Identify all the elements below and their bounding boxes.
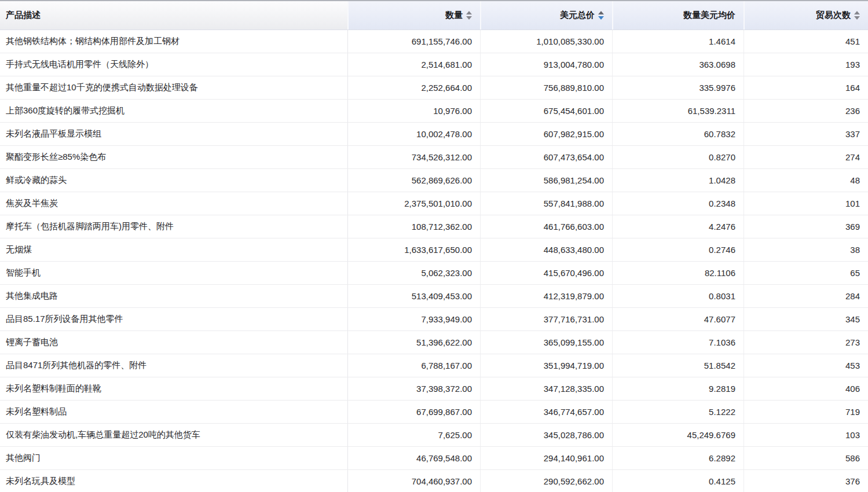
table-row: 仅装有柴油发动机,车辆总重量超过20吨的其他货车7,625.00345,028,… xyxy=(0,424,868,447)
avg-usd-price-cell: 9.2819 xyxy=(612,377,744,400)
product-description-cell: 摩托车（包括机器脚踏两用车)用零件、附件 xyxy=(0,215,347,238)
avg-usd-price-cell: 82.1106 xyxy=(612,262,744,284)
product-description-cell: 无烟煤 xyxy=(0,238,347,261)
product-description-cell: 未列名塑料制品 xyxy=(0,401,347,423)
sort-asc-icon[interactable] xyxy=(466,11,472,14)
sort-asc-icon[interactable] xyxy=(598,11,604,14)
quantity-cell: 10,976.00 xyxy=(347,100,480,122)
usd-total-cell: 461,766,603.00 xyxy=(480,215,612,238)
avg-usd-price-cell: 5.1222 xyxy=(612,401,744,423)
sort-desc-icon[interactable] xyxy=(854,16,860,20)
product-description-cell: 锂离子蓄电池 xyxy=(0,331,347,354)
column-header-label: 数量 xyxy=(445,10,463,21)
quantity-cell: 108,712,362.00 xyxy=(347,215,480,238)
usd-total-cell: 377,716,731.00 xyxy=(480,308,612,331)
column-header-trade-count[interactable]: 贸易次数 xyxy=(744,1,868,30)
product-description-cell: 未列名液晶平板显示模组 xyxy=(0,123,347,145)
usd-total-cell: 586,981,254.00 xyxy=(480,169,612,192)
column-header-usd-total[interactable]: 美元总价 xyxy=(480,1,612,30)
table-row: 智能手机5,062,323.00415,670,496.0082.110665 xyxy=(0,262,868,285)
product-description-cell: 品目8471所列其他机器的零件、附件 xyxy=(0,354,347,377)
avg-usd-price-cell: 0.2348 xyxy=(612,192,744,215)
product-description-cell: 鲜或冷藏的蒜头 xyxy=(0,169,347,192)
trade-count-cell: 103 xyxy=(744,424,868,446)
quantity-cell: 6,788,167.00 xyxy=(347,354,480,377)
sort-asc-icon[interactable] xyxy=(854,11,860,14)
usd-total-cell: 351,994,719.00 xyxy=(480,354,612,377)
quantity-cell: 46,769,548.00 xyxy=(347,447,480,469)
sort-desc-icon-active[interactable] xyxy=(598,16,604,20)
table-row: 其他重量不超过10千克的便携式自动数据处理设备2,252,664.00756,8… xyxy=(0,76,868,100)
quantity-cell: 704,460,937.00 xyxy=(347,470,480,492)
quantity-cell: 562,869,626.00 xyxy=(347,169,480,192)
table-row: 未列名液晶平板显示模组10,002,478.00607,982,915.0060… xyxy=(0,123,868,146)
column-header-quantity[interactable]: 数量 xyxy=(347,1,480,30)
sort-desc-icon[interactable] xyxy=(466,16,472,20)
table-header-row: 产品描述 数量 美元总价 数量美元均价 贸易次数 xyxy=(0,1,868,30)
table-row: 其他钢铁结构体；钢结构体用部件及加工钢材691,155,746.001,010,… xyxy=(0,30,868,53)
quantity-cell: 2,514,681.00 xyxy=(347,53,480,76)
quantity-cell: 2,375,501,010.00 xyxy=(347,192,480,215)
quantity-cell: 7,933,949.00 xyxy=(347,308,480,331)
quantity-cell: 734,526,312.00 xyxy=(347,146,480,168)
avg-usd-price-cell: 61,539.2311 xyxy=(612,100,744,122)
usd-total-cell: 294,140,961.00 xyxy=(480,447,612,469)
usd-total-cell: 365,099,155.00 xyxy=(480,331,612,354)
table-row: 无烟煤1,633,617,650.00448,633,480.000.27463… xyxy=(0,238,868,262)
trade-count-cell: 284 xyxy=(744,285,868,307)
table-row: 上部360度旋转的履带式挖掘机10,976.00675,454,601.0061… xyxy=(0,100,868,123)
table-row: 品目8471所列其他机器的零件、附件6,788,167.00351,994,71… xyxy=(0,354,868,377)
quantity-cell: 5,062,323.00 xyxy=(347,262,480,284)
usd-total-cell: 913,004,780.00 xyxy=(480,53,612,76)
trade-count-cell: 369 xyxy=(744,215,868,238)
usd-total-cell: 448,633,480.00 xyxy=(480,238,612,261)
avg-usd-price-cell: 47.6077 xyxy=(612,308,744,331)
trade-count-cell: 337 xyxy=(744,123,868,145)
table-row: 未列名塑料制品67,699,867.00346,774,657.005.1222… xyxy=(0,401,868,424)
avg-usd-price-cell: 51.8542 xyxy=(612,354,744,377)
product-description-cell: 其他重量不超过10千克的便携式自动数据处理设备 xyxy=(0,76,347,99)
trade-count-cell: 453 xyxy=(744,354,868,377)
quantity-cell: 513,409,453.00 xyxy=(347,285,480,307)
quantity-cell: 10,002,478.00 xyxy=(347,123,480,145)
table-row: 未列名玩具及模型704,460,937.00290,592,662.000.41… xyxy=(0,470,868,492)
usd-total-cell: 346,774,657.00 xyxy=(480,401,612,423)
usd-total-cell: 756,889,810.00 xyxy=(480,76,612,99)
table-row: 其他集成电路513,409,453.00412,319,879.000.8031… xyxy=(0,285,868,308)
trade-count-cell: 376 xyxy=(744,470,868,492)
column-header-label: 美元总价 xyxy=(560,10,595,21)
trade-count-cell: 236 xyxy=(744,100,868,122)
usd-total-cell: 415,670,496.00 xyxy=(480,262,612,284)
usd-total-cell: 607,473,654.00 xyxy=(480,146,612,168)
sort-icons[interactable] xyxy=(854,11,860,20)
table-row: 未列名塑料制鞋面的鞋靴37,398,372.00347,128,335.009.… xyxy=(0,377,868,401)
quantity-cell: 51,396,622.00 xyxy=(347,331,480,354)
avg-usd-price-cell: 60.7832 xyxy=(612,123,744,145)
usd-total-cell: 347,128,335.00 xyxy=(480,377,612,400)
usd-total-cell: 412,319,879.00 xyxy=(480,285,612,307)
table-row: 聚酯变形长丝≥85%染色布734,526,312.00607,473,654.0… xyxy=(0,146,868,169)
column-header-avg-usd-price: 数量美元均价 xyxy=(612,1,744,30)
column-header-label: 数量美元均价 xyxy=(683,10,735,21)
quantity-cell: 1,633,617,650.00 xyxy=(347,238,480,261)
usd-total-cell: 345,028,786.00 xyxy=(480,424,612,446)
table-row: 手持式无线电话机用零件（天线除外）2,514,681.00913,004,780… xyxy=(0,53,868,76)
column-header-product-description: 产品描述 xyxy=(0,1,347,30)
table-body: 其他钢铁结构体；钢结构体用部件及加工钢材691,155,746.001,010,… xyxy=(0,30,868,492)
product-description-cell: 聚酯变形长丝≥85%染色布 xyxy=(0,146,347,168)
avg-usd-price-cell: 363.0698 xyxy=(612,53,744,76)
avg-usd-price-cell: 335.9976 xyxy=(612,76,744,99)
product-description-cell: 上部360度旋转的履带式挖掘机 xyxy=(0,100,347,122)
product-description-cell: 未列名塑料制鞋面的鞋靴 xyxy=(0,377,347,400)
usd-total-cell: 1,010,085,330.00 xyxy=(480,30,612,53)
product-description-cell: 其他集成电路 xyxy=(0,285,347,307)
avg-usd-price-cell: 7.1036 xyxy=(612,331,744,354)
sort-icons[interactable] xyxy=(466,11,472,20)
product-description-cell: 焦炭及半焦炭 xyxy=(0,192,347,215)
quantity-cell: 691,155,746.00 xyxy=(347,30,480,53)
avg-usd-price-cell: 1.0428 xyxy=(612,169,744,192)
trade-count-cell: 345 xyxy=(744,308,868,331)
sort-icons[interactable] xyxy=(598,11,604,20)
trade-count-cell: 274 xyxy=(744,146,868,168)
trade-count-cell: 586 xyxy=(744,447,868,469)
